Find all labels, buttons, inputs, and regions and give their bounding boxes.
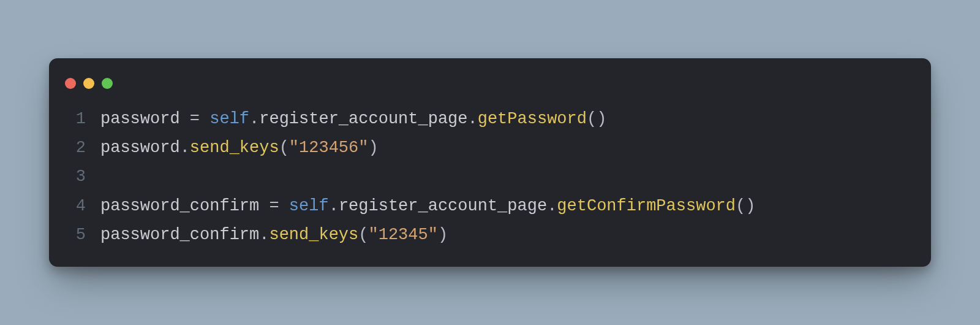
code-token: . [259,226,269,244]
code-token [279,197,289,215]
code-token: ( [358,226,368,244]
code-token: . [180,139,190,157]
code-token: getPassword [478,110,587,128]
code-line[interactable]: 1password = self.register_account_page.g… [61,105,914,134]
code-token: . [329,197,339,215]
code-token: password_confirm [100,226,259,244]
code-token: "123456" [289,139,369,157]
code-token: getConfirmPassword [557,197,736,215]
code-content[interactable]: password = self.register_account_page.ge… [100,105,914,134]
line-number: 4 [61,192,86,221]
code-token: "12345" [368,226,437,244]
code-token: . [249,110,259,128]
window-titlebar [61,74,914,105]
zoom-icon[interactable] [102,78,113,89]
code-content[interactable]: password.send_keys("123456") [100,134,914,162]
code-token [200,110,209,128]
code-token: register_account_page [259,110,467,128]
code-token: . [547,197,557,215]
code-line[interactable]: 2password.send_keys("123456") [61,134,914,162]
code-token: self [289,197,329,215]
code-token: password [100,139,180,157]
code-token: password_confirm [100,197,259,215]
close-icon[interactable] [65,78,76,89]
code-token: register_account_page [339,197,547,215]
code-token: = [190,110,200,128]
code-token: send_keys [269,226,358,244]
code-token: . [468,110,478,128]
line-number: 1 [61,105,86,134]
code-line[interactable]: 3 [61,162,914,191]
code-area[interactable]: 1password = self.register_account_page.g… [61,105,914,250]
code-token: ( [279,139,289,157]
code-line[interactable]: 5password_confirm.send_keys("12345") [61,221,914,250]
code-token: ) [368,139,378,157]
code-token [180,110,190,128]
code-token: () [736,197,755,215]
code-content[interactable]: password_confirm.send_keys("12345") [100,221,914,250]
line-number: 2 [61,134,86,162]
line-number: 3 [61,162,86,191]
code-token: = [269,197,279,215]
code-content[interactable]: password_confirm = self.register_account… [100,192,914,221]
code-token: self [209,110,249,128]
code-token [259,197,269,215]
line-number: 5 [61,221,86,250]
code-token: ) [438,226,448,244]
code-token: send_keys [190,139,279,157]
code-editor-window: 1password = self.register_account_page.g… [49,58,931,267]
minimize-icon[interactable] [83,78,94,89]
code-token: () [587,110,606,128]
code-line[interactable]: 4password_confirm = self.register_accoun… [61,192,914,221]
code-token: password [100,110,180,128]
